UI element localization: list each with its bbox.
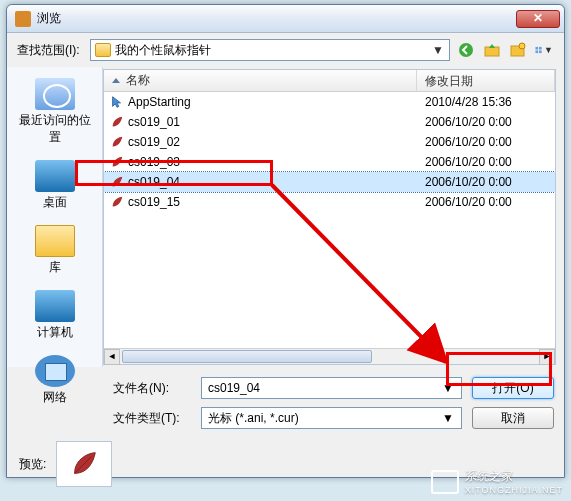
file-list[interactable]: 名称 修改日期 AppStarting2010/4/28 15:36cs019_… [103, 69, 556, 365]
lookin-label: 查找范围(I): [17, 42, 80, 59]
window-title: 浏览 [37, 10, 516, 27]
folder-icon [95, 43, 111, 57]
column-name[interactable]: 名称 [104, 70, 417, 91]
filename-label: 文件名(N): [113, 380, 191, 397]
leaf-icon [110, 175, 124, 189]
file-name: cs019_02 [128, 135, 180, 149]
cursor-icon [110, 95, 124, 109]
file-date: 2010/4/28 15:36 [417, 95, 555, 109]
watermark-logo-icon [431, 470, 459, 494]
file-row[interactable]: AppStarting2010/4/28 15:36 [104, 92, 555, 112]
leaf-icon [110, 195, 124, 209]
leaf-icon [110, 155, 124, 169]
watermark: 系统之家 XITONGZHIJIA.NET [431, 468, 563, 495]
chevron-down-icon: ▼ [431, 43, 445, 57]
horizontal-scrollbar[interactable]: ◄ ► [104, 348, 555, 364]
watermark-subtext: XITONGZHIJIA.NET [465, 485, 563, 495]
scroll-thumb[interactable] [122, 350, 372, 363]
file-row[interactable]: cs019_152006/10/20 0:00 [104, 192, 555, 212]
file-name: AppStarting [128, 95, 191, 109]
toolbar: 查找范围(I): 我的个性鼠标指针 ▼ ▼ [7, 33, 564, 67]
place-recent[interactable]: 最近访问的位置 [13, 73, 97, 151]
file-name: cs019_01 [128, 115, 180, 129]
app-icon [15, 11, 31, 27]
titlebar[interactable]: 浏览 ✕ [7, 5, 564, 33]
open-button[interactable]: 打开(O) [472, 377, 554, 399]
file-row[interactable]: cs019_012006/10/20 0:00 [104, 112, 555, 132]
scroll-left-button[interactable]: ◄ [104, 349, 120, 365]
file-name: cs019_04 [128, 175, 180, 189]
chevron-down-icon: ▼ [441, 381, 455, 395]
file-date: 2006/10/20 0:00 [417, 155, 555, 169]
leaf-icon [69, 449, 99, 479]
place-network[interactable]: 网络 [13, 350, 97, 411]
place-desktop[interactable]: 桌面 [13, 155, 97, 216]
filetype-label: 文件类型(T): [113, 410, 191, 427]
svg-rect-1 [485, 47, 499, 56]
svg-rect-5 [539, 47, 542, 50]
view-menu-button[interactable]: ▼ [534, 40, 554, 60]
filename-input[interactable]: cs019_04 ▼ [201, 377, 462, 399]
svg-rect-6 [535, 50, 538, 53]
place-label: 网络 [14, 389, 96, 406]
svg-point-0 [459, 43, 473, 57]
watermark-text: 系统之家 [465, 469, 513, 483]
file-date: 2006/10/20 0:00 [417, 135, 555, 149]
svg-rect-4 [535, 47, 538, 50]
place-label: 库 [14, 259, 96, 276]
scroll-right-button[interactable]: ► [539, 349, 555, 365]
places-bar: 最近访问的位置 桌面 库 计算机 网络 [7, 67, 103, 367]
file-date: 2006/10/20 0:00 [417, 115, 555, 129]
list-header[interactable]: 名称 修改日期 [104, 70, 555, 92]
svg-rect-7 [539, 50, 542, 53]
file-date: 2006/10/20 0:00 [417, 175, 555, 189]
file-date: 2006/10/20 0:00 [417, 195, 555, 209]
place-label: 最近访问的位置 [14, 112, 96, 146]
file-row[interactable]: cs019_032006/10/20 0:00 [104, 152, 555, 172]
new-folder-button[interactable] [508, 40, 528, 60]
back-button[interactable] [456, 40, 476, 60]
chevron-down-icon: ▼ [544, 45, 553, 55]
close-button[interactable]: ✕ [516, 10, 560, 28]
file-row[interactable]: cs019_042006/10/20 0:00 [104, 172, 555, 192]
lookin-value: 我的个性鼠标指针 [115, 42, 431, 59]
lookin-combo[interactable]: 我的个性鼠标指针 ▼ [90, 39, 450, 61]
preview-box [56, 441, 112, 487]
filetype-select[interactable]: 光标 (*.ani, *.cur) ▼ [201, 407, 462, 429]
leaf-icon [110, 115, 124, 129]
file-name: cs019_03 [128, 155, 180, 169]
place-libraries[interactable]: 库 [13, 220, 97, 281]
place-label: 桌面 [14, 194, 96, 211]
place-computer[interactable]: 计算机 [13, 285, 97, 346]
leaf-icon [110, 135, 124, 149]
file-name: cs019_15 [128, 195, 180, 209]
filename-value: cs019_04 [208, 381, 441, 395]
column-date[interactable]: 修改日期 [417, 70, 555, 91]
file-dialog: 浏览 ✕ 查找范围(I): 我的个性鼠标指针 ▼ ▼ 最近访问的位置 桌面 库 … [6, 4, 565, 478]
up-one-level-button[interactable] [482, 40, 502, 60]
file-row[interactable]: cs019_022006/10/20 0:00 [104, 132, 555, 152]
filetype-value: 光标 (*.ani, *.cur) [208, 410, 441, 427]
svg-point-3 [519, 43, 525, 49]
chevron-down-icon: ▼ [441, 411, 455, 425]
place-label: 计算机 [14, 324, 96, 341]
preview-label: 预览: [19, 456, 46, 473]
cancel-button[interactable]: 取消 [472, 407, 554, 429]
